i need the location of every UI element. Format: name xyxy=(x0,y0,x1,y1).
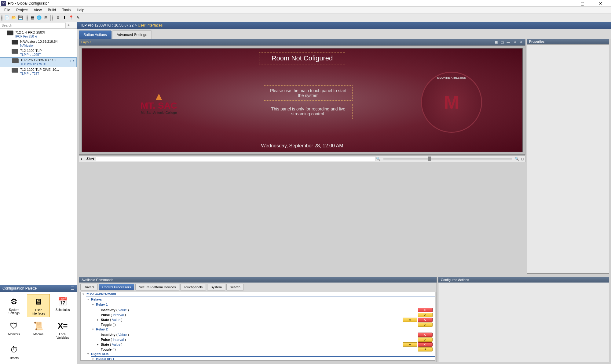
tab-advanced-settings[interactable]: Advanced Settings xyxy=(112,31,152,39)
layout-minimize-icon[interactable]: — xyxy=(506,40,511,45)
menu-help[interactable]: Help xyxy=(74,7,87,13)
available-commands-header: Available Commands xyxy=(79,277,437,283)
palette-monitors[interactable]: 🛡Monitors xyxy=(2,319,26,341)
tree-item-navigator[interactable]: NAVigator : 10.99.216.54NAVigator xyxy=(0,39,77,48)
layout-icon[interactable]: ▦ xyxy=(29,14,36,21)
breadcrumb: TLP Pro 1230WTG : 10.56.87.22 > User Int… xyxy=(77,22,611,29)
preview-msg2: This panel is only for recording and liv… xyxy=(264,104,353,119)
save-icon[interactable]: 💾 xyxy=(17,14,24,21)
menu-project[interactable]: Project xyxy=(13,7,31,13)
preview-msg1: Please use the main touch panel to start… xyxy=(264,85,353,101)
palette-header: Configuration Palette ☰ xyxy=(0,285,77,292)
cmdtab-drivers[interactable]: Drivers xyxy=(80,284,98,290)
zoom-fit-icon[interactable]: ▢ xyxy=(520,156,525,161)
new-file-icon[interactable]: 📄 xyxy=(4,14,10,21)
page-dropdown[interactable] xyxy=(96,156,375,161)
close-button[interactable]: ✕ xyxy=(595,0,607,6)
mtsac-logo: ▲ MT. SAC Mt. San Antonio College xyxy=(122,79,196,125)
config-palette: Configuration Palette ☰ ⚙SystemSettings … xyxy=(0,285,77,364)
properties-body xyxy=(527,44,609,274)
athletics-logo: MOUNTIE ATHLETICS M xyxy=(421,72,482,133)
configured-actions-header: Configured Actions xyxy=(438,277,609,283)
touchpanel-icon: 🖥 xyxy=(33,296,44,307)
search-input[interactable] xyxy=(0,23,66,28)
menu-view[interactable]: View xyxy=(31,7,45,13)
stopwatch-icon: ⏱ xyxy=(9,344,20,355)
page-navigator: ▸ Start 🔍 🔍 ▢ xyxy=(79,155,525,162)
layout-screen1-icon[interactable]: 🖥 xyxy=(512,40,517,45)
command-tree[interactable]: ▾712-1-4-PRO-250XI▾Relays▾Relay 1Inactiv… xyxy=(80,292,435,361)
scroll-icon: 📜 xyxy=(33,320,44,331)
cmdtab-search[interactable]: Search xyxy=(226,284,244,290)
download-icon[interactable]: ⬇ xyxy=(61,14,68,21)
cmdtab-touchpanels[interactable]: Touchpanels xyxy=(180,284,206,290)
cmdtab-system[interactable]: System xyxy=(207,284,225,290)
layout-screen2-icon[interactable]: 🖥 xyxy=(518,40,523,45)
layout-preview[interactable]: Room Not Cofigured ▲ MT. SAC Mt. San Ant… xyxy=(79,45,525,155)
palette-menu-icon[interactable]: ☰ xyxy=(71,286,74,290)
tab-button-actions[interactable]: Button Actions xyxy=(79,31,112,39)
toolbar: 📄 📂 💾 ▦ 🌐 ⊞ 🖥 ⬇ 📍 ✎ xyxy=(0,13,611,22)
cmdtab-secure-platform[interactable]: Secure Platform Devices xyxy=(135,284,179,290)
open-folder-icon[interactable]: 📂 xyxy=(10,14,17,21)
tree-item-ipcp[interactable]: 712-1-4-PRO-250XIIPCP Pro 250 xi xyxy=(0,30,77,39)
window-title: Pro - Global Configurator xyxy=(8,1,558,5)
globe-icon[interactable]: 🌐 xyxy=(36,14,42,21)
title-bar: GC Pro - Global Configurator — ▢ ✕ xyxy=(0,0,611,7)
properties-panel-header: Properties xyxy=(527,39,609,44)
preview-title: Room Not Cofigured xyxy=(259,52,346,64)
preview-datetime: Wednesday, September 28, 12:00 AM xyxy=(82,140,522,152)
menu-tools[interactable]: Tools xyxy=(59,7,74,13)
page-name: Start xyxy=(85,157,96,160)
left-panel: ＋ ☰ 712-1-4-PRO-250XIIPCP Pro 250 xi NAV… xyxy=(0,22,77,364)
gear-icon: ⚙ xyxy=(9,296,20,307)
zoom-in-icon[interactable]: 🔍 xyxy=(514,156,520,161)
palette-timers[interactable]: ⏱Timers xyxy=(2,342,26,362)
menu-file[interactable]: File xyxy=(1,7,13,13)
tree-item-tlp-1025[interactable]: 712-1100-TLPTLP Pro 1025T xyxy=(0,48,77,57)
layout-bounds-icon[interactable]: ▢ xyxy=(500,40,505,45)
device-tree: 712-1-4-PRO-250XIIPCP Pro 250 xi NAVigat… xyxy=(0,29,77,77)
pin-icon[interactable]: 📍 xyxy=(68,14,75,21)
palette-local-variables[interactable]: X=LocalVariables xyxy=(51,319,74,341)
zoom-slider[interactable] xyxy=(383,158,512,160)
palette-schedules[interactable]: 📅Schedules xyxy=(51,294,74,317)
search-menu-icon[interactable]: ☰ xyxy=(71,23,77,28)
wand-icon[interactable]: ✎ xyxy=(75,14,81,21)
add-device-icon[interactable]: ＋ xyxy=(66,23,71,28)
cmdtab-control-processors[interactable]: Control Processors xyxy=(99,284,134,290)
command-tabs: Drivers Control Processors Secure Platfo… xyxy=(79,283,437,292)
tree-add-icon[interactable]: ＋ xyxy=(68,58,72,63)
menu-build[interactable]: Build xyxy=(45,7,59,13)
tree-item-tlp-725[interactable]: 712-1100-TLP-DIVE: 10...TLP Pro 725T xyxy=(0,67,77,76)
monitor-icon[interactable]: 🖥 xyxy=(54,14,61,21)
device-search-bar: ＋ ☰ xyxy=(0,22,77,29)
palette-system-settings[interactable]: ⚙SystemSettings xyxy=(2,294,26,317)
app-icon: GC xyxy=(1,1,6,6)
tree-item-tlp-1230[interactable]: TLP Pro 1230WTG : 10...TLP Pro 1230WTG ＋… xyxy=(0,57,77,67)
palette-macros[interactable]: 📜Macros xyxy=(27,319,50,341)
variable-icon: X= xyxy=(57,320,68,331)
maximize-button[interactable]: ▢ xyxy=(576,0,588,6)
hierarchy-icon[interactable]: ⊞ xyxy=(42,14,49,21)
calendar-icon: 📅 xyxy=(57,296,68,307)
zoom-out-icon[interactable]: 🔍 xyxy=(375,156,381,161)
sub-tabs: Button Actions Advanced Settings xyxy=(77,29,611,39)
page-nav-icon[interactable]: ▸ xyxy=(79,156,85,161)
minimize-button[interactable]: — xyxy=(558,0,570,6)
tree-dropdown-icon[interactable]: ▾ xyxy=(73,58,75,63)
layout-panel-header: Layout ▦ ▢ — 🖥 🖥 xyxy=(79,39,525,45)
menu-bar: File Project View Build Tools Help xyxy=(0,7,611,13)
shield-icon: 🛡 xyxy=(9,320,20,331)
right-area: TLP Pro 1230WTG : 10.56.87.22 > User Int… xyxy=(77,22,611,364)
layout-grid-icon[interactable]: ▦ xyxy=(494,40,499,45)
palette-user-interfaces[interactable]: 🖥UserInterfaces xyxy=(27,294,50,317)
configured-actions-body[interactable] xyxy=(438,283,609,362)
